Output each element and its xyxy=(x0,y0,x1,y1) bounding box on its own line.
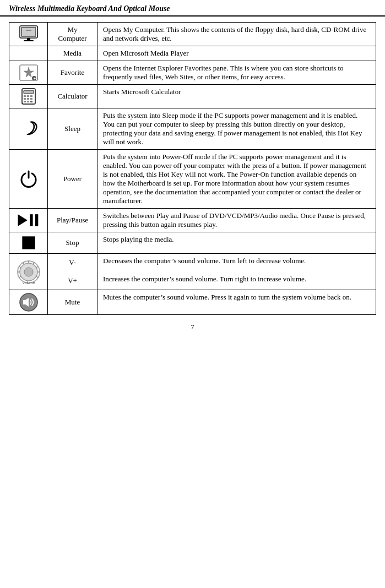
svg-rect-18 xyxy=(27,101,29,102)
sleep-desc: Puts the system into Sleep mode if the P… xyxy=(97,108,376,150)
svg-rect-4 xyxy=(26,30,31,31)
media-desc: Open Microsoft Media Player xyxy=(97,46,376,61)
table-row: My Computer Opens My Computer. This show… xyxy=(9,23,376,46)
my-computer-icon xyxy=(9,23,48,46)
table-row: V+ Increases the computer’s sound volume… xyxy=(9,272,376,290)
vplus-desc: Increases the computer’s sound volume. T… xyxy=(97,272,376,290)
svg-rect-1 xyxy=(21,28,36,36)
my-computer-desc: Opens My Computer. This shows the conten… xyxy=(97,23,376,46)
table-row: Calculator Starts Microsoft Calculator xyxy=(9,85,376,108)
table-row: Stop Stops playing the media. xyxy=(9,232,376,254)
power-desc: Puts the system into Power-Off mode if t… xyxy=(97,150,376,209)
table-row: ✦ Favorite Opens the Internet Explorer F… xyxy=(9,61,376,85)
playpause-icon xyxy=(9,209,48,232)
svg-rect-14 xyxy=(24,98,26,100)
stop-desc: Stops playing the media. xyxy=(97,232,376,254)
sleep-label: Sleep xyxy=(48,108,97,150)
calculator-label: Calculator xyxy=(48,85,97,108)
media-label: Media xyxy=(48,46,97,61)
vminus-label: V- xyxy=(48,254,97,272)
calculator-icon xyxy=(9,85,48,108)
mute-icon xyxy=(9,290,48,315)
power-label: Power xyxy=(48,150,97,209)
mute-label: Mute xyxy=(48,290,97,315)
media-icon-cell xyxy=(9,46,48,61)
svg-line-33 xyxy=(23,263,24,264)
svg-line-32 xyxy=(36,276,38,277)
sleep-icon: ☽ xyxy=(9,108,48,150)
svg-rect-23 xyxy=(35,214,37,226)
volume-icon: volume xyxy=(9,254,48,290)
table-row: ☽ Sleep Puts the system into Sleep mode … xyxy=(9,108,376,150)
vplus-label: V+ xyxy=(48,272,97,290)
svg-rect-15 xyxy=(27,98,29,100)
favorite-icon: ✦ xyxy=(9,61,48,85)
table-row: Power Puts the system into Power-Off mod… xyxy=(9,150,376,209)
svg-point-27 xyxy=(24,268,33,276)
svg-line-36 xyxy=(19,276,21,277)
svg-rect-10 xyxy=(24,90,34,94)
svg-rect-16 xyxy=(30,98,32,100)
favorite-label: Favorite xyxy=(48,61,97,85)
stop-label: Stop xyxy=(48,232,97,254)
power-icon xyxy=(9,150,48,209)
svg-rect-3 xyxy=(24,40,34,41)
playpause-desc: Switches between Play and Pause of DVD/V… xyxy=(97,209,376,232)
svg-text:✦: ✦ xyxy=(32,77,36,80)
mute-desc: Mutes the computer’s sound volume. Press… xyxy=(97,290,376,315)
table-row: Media Open Microsoft Media Player xyxy=(9,46,376,61)
svg-marker-21 xyxy=(18,214,27,226)
svg-rect-17 xyxy=(24,101,26,102)
vminus-desc: Decreases the computer’s sound volume. T… xyxy=(97,254,376,272)
svg-rect-13 xyxy=(30,95,32,97)
key-table: My Computer Opens My Computer. This show… xyxy=(9,22,376,315)
svg-text:volume: volume xyxy=(23,281,35,285)
table-row: Mute Mutes the computer’s sound volume. … xyxy=(9,290,376,315)
svg-marker-6 xyxy=(24,67,34,77)
svg-line-34 xyxy=(19,266,21,268)
svg-rect-12 xyxy=(27,95,29,97)
page-header: Wireless Multimedia Keyboard And Optical… xyxy=(0,0,385,17)
svg-rect-22 xyxy=(30,214,32,226)
stop-icon xyxy=(9,232,48,254)
table-row: Play/Pause Switches between Play and Pau… xyxy=(9,209,376,232)
svg-rect-24 xyxy=(22,236,35,249)
playpause-label: Play/Pause xyxy=(48,209,97,232)
my-computer-label: My Computer xyxy=(48,23,97,46)
page-footer: 7 xyxy=(0,323,385,331)
calculator-desc: Starts Microsoft Calculator xyxy=(97,85,376,108)
favorite-desc: Opens the Internet Explorer Favorites pa… xyxy=(97,61,376,85)
table-row: volume V- Decreases the computer’s sound… xyxy=(9,254,376,272)
svg-line-29 xyxy=(33,263,34,264)
svg-line-30 xyxy=(36,266,38,268)
svg-rect-11 xyxy=(24,95,26,97)
svg-rect-19 xyxy=(30,101,32,102)
svg-rect-2 xyxy=(27,38,30,40)
